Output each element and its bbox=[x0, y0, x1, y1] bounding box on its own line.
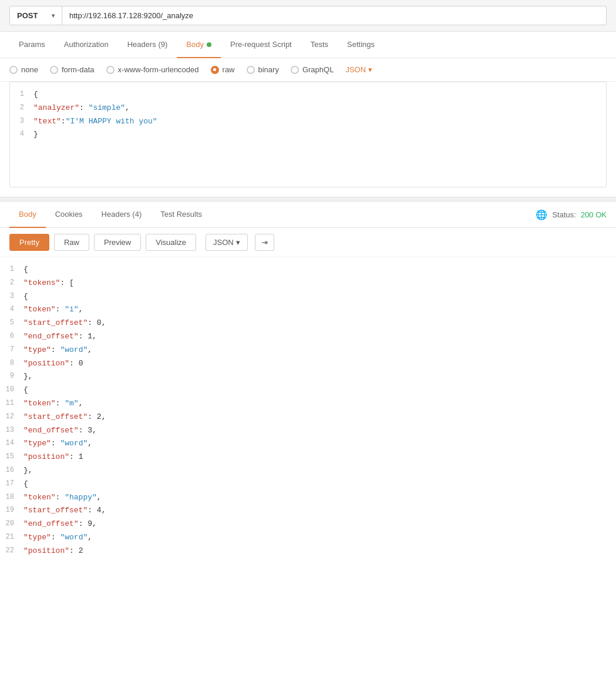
chevron-down-icon: ▾ bbox=[236, 238, 240, 247]
body-options: none form-data x-www-form-urlencoded raw… bbox=[0, 58, 616, 82]
request-tabs: Params Authorization Headers (9) Body Pr… bbox=[0, 32, 616, 58]
chevron-down-icon: ▾ bbox=[52, 12, 55, 19]
response-code-line: 2 "tokens": [ bbox=[0, 277, 616, 290]
response-format-dropdown[interactable]: JSON ▾ bbox=[206, 234, 248, 251]
radio-none[interactable]: none bbox=[9, 65, 38, 74]
radio-circle-form-data bbox=[50, 66, 58, 74]
raw-btn[interactable]: Raw bbox=[54, 234, 89, 251]
wrap-btn[interactable]: ⇥ bbox=[255, 234, 274, 251]
radio-binary[interactable]: binary bbox=[247, 65, 279, 74]
response-code-line: 17 { bbox=[0, 478, 616, 491]
response-code-line: 15 "position": 1 bbox=[0, 451, 616, 464]
response-format-bar: Pretty Raw Preview Visualize JSON ▾ ⇥ bbox=[0, 228, 616, 257]
tab-tests[interactable]: Tests bbox=[301, 32, 338, 58]
radio-raw[interactable]: raw bbox=[211, 65, 235, 74]
method-dropdown[interactable]: POST ▾ bbox=[9, 6, 62, 25]
globe-icon: 🌐 bbox=[536, 209, 547, 220]
response-code-line: 5 "start_offset": 0, bbox=[0, 317, 616, 330]
tab-headers[interactable]: Headers (9) bbox=[118, 32, 177, 58]
response-code-line: 9 }, bbox=[0, 370, 616, 384]
status-area: 🌐 Status: 200 OK bbox=[536, 209, 607, 220]
format-select-json[interactable]: JSON ▾ bbox=[345, 65, 372, 74]
tab-prerequest[interactable]: Pre-request Script bbox=[221, 32, 301, 58]
response-tab-testresults[interactable]: Test Results bbox=[151, 202, 211, 228]
chevron-down-icon: ▾ bbox=[368, 65, 372, 74]
radio-circle-urlencoded bbox=[106, 66, 115, 74]
response-tab-headers[interactable]: Headers (4) bbox=[92, 202, 152, 228]
pretty-btn[interactable]: Pretty bbox=[9, 234, 49, 251]
response-code-line: 14 "type": "word", bbox=[0, 437, 616, 451]
response-code-line: 22 "position": 2 bbox=[0, 545, 616, 558]
response-code-line: 19 "start_offset": 4, bbox=[0, 504, 616, 518]
response-code-line: 18 "token": "happy", bbox=[0, 491, 616, 505]
response-header: Body Cookies Headers (4) Test Results 🌐 … bbox=[0, 202, 616, 228]
tab-authorization[interactable]: Authorization bbox=[55, 32, 118, 58]
response-tabs: Body Cookies Headers (4) Test Results bbox=[9, 202, 211, 227]
response-code-line: 1{ bbox=[0, 263, 616, 277]
response-code-line: 6 "end_offset": 1, bbox=[0, 330, 616, 344]
response-code-line: 20 "end_offset": 9, bbox=[0, 518, 616, 531]
radio-circle-raw bbox=[211, 66, 219, 74]
section-divider bbox=[0, 197, 616, 202]
response-tab-cookies[interactable]: Cookies bbox=[46, 202, 92, 228]
response-code-line: 8 "position": 0 bbox=[0, 357, 616, 371]
response-code-line: 4 "token": "i", bbox=[0, 303, 616, 317]
response-code-line: 21 "type": "word", bbox=[0, 531, 616, 545]
response-code-line: 13 "end_offset": 3, bbox=[0, 424, 616, 438]
request-code-editor[interactable]: 1{2 "analyzer": "simple",3 "text":"I'M H… bbox=[9, 82, 607, 187]
response-tab-body[interactable]: Body bbox=[9, 202, 46, 228]
response-code-line: 10 { bbox=[0, 384, 616, 397]
tab-params[interactable]: Params bbox=[9, 32, 55, 58]
body-dot-icon bbox=[207, 42, 211, 47]
preview-btn[interactable]: Preview bbox=[94, 234, 141, 251]
radio-form-data[interactable]: form-data bbox=[50, 65, 95, 74]
visualize-btn[interactable]: Visualize bbox=[146, 234, 196, 251]
response-code-line: 11 "token": "m", bbox=[0, 397, 616, 411]
url-input[interactable] bbox=[62, 6, 607, 25]
tab-body[interactable]: Body bbox=[177, 32, 221, 58]
radio-circle-none bbox=[9, 66, 18, 74]
request-code-line: 3 "text":"I'M HAPPY with you" bbox=[10, 115, 606, 129]
wrap-icon: ⇥ bbox=[261, 238, 268, 247]
radio-urlencoded[interactable]: x-www-form-urlencoded bbox=[106, 65, 199, 74]
request-code-line: 4} bbox=[10, 128, 606, 142]
tab-settings[interactable]: Settings bbox=[338, 32, 384, 58]
response-code-viewer: 1{2 "tokens": [3 {4 "token": "i",5 "star… bbox=[0, 257, 616, 564]
method-label: POST bbox=[17, 11, 38, 20]
response-code-line: 7 "type": "word", bbox=[0, 344, 616, 357]
response-code-line: 12 "start_offset": 2, bbox=[0, 411, 616, 424]
response-code-line: 3 { bbox=[0, 290, 616, 304]
radio-circle-graphql bbox=[291, 66, 299, 74]
request-code-line: 1{ bbox=[10, 88, 606, 102]
request-code-line: 2 "analyzer": "simple", bbox=[10, 102, 606, 115]
url-bar: POST ▾ bbox=[0, 0, 616, 32]
response-code-line: 16 }, bbox=[0, 464, 616, 478]
radio-graphql[interactable]: GraphQL bbox=[291, 65, 334, 74]
radio-circle-binary bbox=[247, 66, 255, 74]
